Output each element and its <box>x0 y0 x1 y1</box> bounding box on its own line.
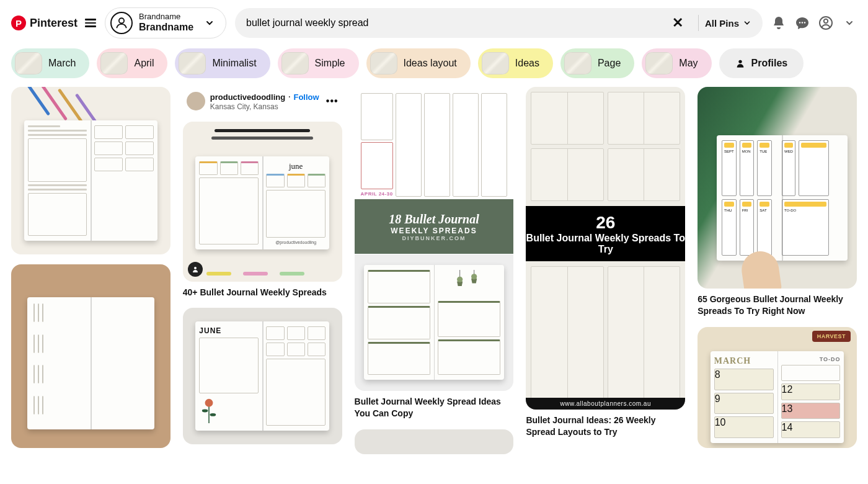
pin-title: Bullet Journal Weekly Spread Ideas You C… <box>355 396 514 419</box>
chip-thumb <box>100 52 128 74</box>
pin-card[interactable]: productivedoodling · Follow Kansas City,… <box>183 87 342 298</box>
profile-button[interactable] <box>818 16 833 30</box>
svg-point-1 <box>799 22 800 23</box>
search-bar: ✕ All Pins <box>235 8 763 38</box>
todo-heading: TO-DO <box>781 356 841 362</box>
chip-thumb <box>281 52 309 74</box>
filter-chip-simple[interactable]: Simple <box>278 48 359 78</box>
overlay-site: DIYBUNKER.COM <box>402 235 466 241</box>
grid-column: SEPT MON TUE THU FRI SAT WED TO-DO <box>698 87 857 448</box>
pin-card[interactable]: HARVEST MARCH 8 9 10 TO-DO 12 13 14 <box>698 327 857 448</box>
svg-point-14 <box>471 274 477 279</box>
more-options-button[interactable]: ••• <box>326 96 339 107</box>
filter-chip-march[interactable]: March <box>11 48 89 78</box>
filter-chip-april[interactable]: April <box>97 48 167 78</box>
chevron-down-icon <box>743 19 751 27</box>
date-range-label: APRIL 24-30 <box>361 191 393 197</box>
pinterest-logo-icon: P <box>11 16 26 30</box>
pin-title: 40+ Bullet Journal Weekly Spreads <box>183 287 342 298</box>
filter-chips-row: March April Minimalist Simple Ideas layo… <box>0 46 868 87</box>
divider <box>698 15 699 31</box>
pin-card[interactable]: JUNE <box>183 308 342 444</box>
chip-thumb <box>645 52 673 74</box>
author-location: Kansas City, Kansas <box>210 102 321 111</box>
chevron-down-icon <box>205 18 215 28</box>
svg-point-3 <box>804 22 805 23</box>
accounts-chevron[interactable] <box>842 16 857 30</box>
overlay-subtitle: Bullet Journal Weekly Spreads To Try <box>526 233 685 255</box>
pin-card[interactable] <box>11 264 170 448</box>
messages-button[interactable] <box>795 16 810 30</box>
filter-chip-may[interactable]: May <box>642 48 711 78</box>
sign-label: HARVEST <box>812 331 851 342</box>
brand-home[interactable]: P Pinterest <box>11 16 96 30</box>
image-credit: @productivedoodling <box>266 240 326 244</box>
svg-point-10 <box>210 413 216 416</box>
chip-thumb <box>179 52 206 74</box>
chip-thumb <box>564 52 591 74</box>
svg-point-5 <box>824 19 828 23</box>
svg-point-9 <box>202 410 208 413</box>
svg-point-7 <box>194 267 197 269</box>
person-icon <box>735 58 745 68</box>
grid-column <box>11 87 170 448</box>
search-input[interactable] <box>246 17 663 29</box>
account-switcher[interactable]: Brandname Brandname <box>105 7 226 38</box>
profile-badge-icon <box>188 262 203 277</box>
brand-label: Pinterest <box>30 17 78 30</box>
chip-thumb <box>370 52 397 74</box>
pin-card[interactable]: SEPT MON TUE THU FRI SAT WED TO-DO <box>698 87 857 317</box>
pin-card[interactable]: 26 Bullet Journal Weekly Spreads To Try … <box>526 87 685 438</box>
month-heading: JUNE <box>199 326 259 335</box>
filter-label: All Pins <box>705 18 739 29</box>
pin-title: 65 Gorgeous Bullet Journal Weekly Spread… <box>698 294 857 317</box>
month-heading: MARCH <box>714 356 774 366</box>
chip-thumb <box>482 52 509 74</box>
pin-header-bar: productivedoodling · Follow Kansas City,… <box>183 87 342 117</box>
pin-card[interactable]: APRIL 24-30 18 Bullet Journal WEEKLY SPR… <box>355 87 514 419</box>
search-filter-dropdown[interactable]: All Pins <box>705 18 751 29</box>
clear-search-button[interactable]: ✕ <box>663 15 692 31</box>
svg-point-0 <box>119 18 124 23</box>
follow-link[interactable]: Follow <box>293 92 319 102</box>
profiles-chip[interactable]: Profiles <box>719 48 804 78</box>
user-avatar-icon <box>110 12 133 34</box>
account-labels: Brandname Brandname <box>139 12 193 33</box>
svg-point-8 <box>205 399 213 407</box>
pin-grid: productivedoodling · Follow Kansas City,… <box>0 87 868 479</box>
filter-chip-minimalist[interactable]: Minimalist <box>175 48 270 78</box>
chip-thumb <box>15 52 42 74</box>
svg-point-13 <box>457 277 463 282</box>
notifications-button[interactable] <box>771 16 786 30</box>
author-avatar[interactable] <box>187 92 205 110</box>
grid-column: 26 Bullet Journal Weekly Spreads To Try … <box>526 87 685 438</box>
svg-point-6 <box>738 60 742 63</box>
source-url-strip: www.allaboutplanners.com.au <box>526 398 685 410</box>
overlay-subtitle: WEEKLY SPREADS <box>391 226 477 235</box>
account-bottom-label: Brandname <box>139 22 193 33</box>
filter-chip-ideas-layout[interactable]: Ideas layout <box>366 48 471 78</box>
month-heading: june <box>266 161 326 171</box>
author-username[interactable]: productivedoodling <box>210 92 285 102</box>
filter-chip-ideas[interactable]: Ideas <box>478 48 553 78</box>
account-top-label: Brandname <box>139 12 193 22</box>
menu-icon[interactable] <box>85 19 96 27</box>
grid-column: APRIL 24-30 18 Bullet Journal WEEKLY SPR… <box>355 87 514 454</box>
overlay-number: 26 <box>596 213 615 233</box>
pin-card[interactable] <box>11 87 170 254</box>
pin-title: Bullet Journal Ideas: 26 Weekly Spread L… <box>526 415 685 438</box>
pin-card[interactable] <box>355 429 514 454</box>
header: P Pinterest Brandname Brandname ✕ All Pi… <box>0 0 868 46</box>
filter-chip-page[interactable]: Page <box>560 48 634 78</box>
overlay-title: 18 Bullet Journal <box>389 212 479 226</box>
svg-point-2 <box>802 22 803 23</box>
grid-column: productivedoodling · Follow Kansas City,… <box>183 87 342 444</box>
